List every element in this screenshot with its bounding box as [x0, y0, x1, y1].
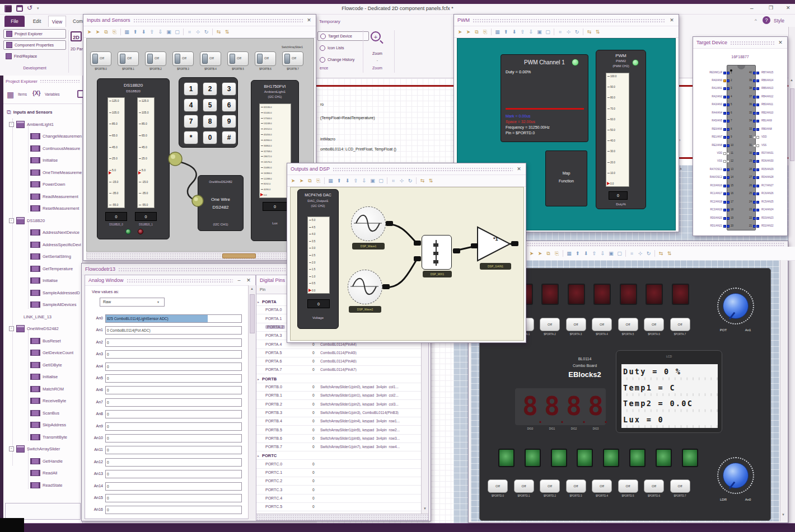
raise-icon[interactable]: ⇧: [519, 28, 526, 36]
snap-icon[interactable]: ⊹: [194, 28, 202, 36]
tree-expander-icon[interactable]: ▸: [258, 377, 259, 381]
digital-row-portb-7[interactable]: PORTB.70SwitchArraySlider1(pin7), keypad…: [256, 443, 421, 451]
paste-icon[interactable]: ⎘: [481, 28, 489, 36]
raise-icon[interactable]: ⇧: [352, 177, 359, 185]
tree-item-gettemperature[interactable]: GetTemperature: [30, 263, 83, 275]
tree-expander-icon[interactable]: −: [9, 326, 14, 331]
tree-item-resetmeasurement[interactable]: ResetMeasurement: [30, 203, 83, 214]
analog-value-field-an0[interactable]: 825 ComboBL0114(LightSensor ADC): [105, 314, 242, 323]
tree-item-transmitbyte[interactable]: TransmitByte: [30, 431, 83, 443]
ungroup-icon[interactable]: ▢: [377, 177, 385, 185]
dsp-mix-component[interactable]: [422, 235, 452, 270]
board-button--portd-5[interactable]: Off: [618, 479, 638, 493]
tree-item-ambientlight1[interactable]: −AmbientLight1: [9, 119, 83, 130]
component-icon[interactable]: ▦: [494, 28, 501, 36]
front-icon[interactable]: ⬆: [502, 28, 509, 36]
component-icon[interactable]: ▦: [565, 249, 573, 257]
flip-y-icon[interactable]: ⇅: [427, 177, 434, 185]
flip-y-icon[interactable]: ⇅: [594, 28, 601, 36]
rotate-icon[interactable]: ↻: [203, 28, 210, 36]
target-window-titlebar[interactable]: Target Device✕: [693, 37, 787, 49]
keypad-key-5[interactable]: 5: [203, 98, 217, 112]
digital-row-portb-6[interactable]: PORTB.60SwitchArraySlider1(pin6), keypad…: [256, 435, 421, 443]
ungroup-icon[interactable]: ▢: [616, 249, 623, 257]
digital-row-portc[interactable]: ▸PORTC: [256, 451, 421, 460]
items-tab-icon[interactable]: ▦: [7, 90, 16, 99]
outputs-window-titlebar[interactable]: Outputs and DSP✕: [287, 163, 526, 175]
ldr-knob[interactable]: [723, 463, 749, 488]
copy-icon[interactable]: ⧉: [102, 28, 110, 36]
group-icon[interactable]: ▣: [369, 177, 376, 185]
tree-item-changemeasuremen[interactable]: ChangeMeasuremen: [30, 130, 83, 142]
switch-lever[interactable]: [202, 54, 208, 64]
tree-expander-icon[interactable]: −: [9, 446, 14, 451]
group-icon[interactable]: ▣: [536, 28, 543, 36]
close-icon[interactable]: ✕: [516, 166, 522, 172]
keypad-key-9[interactable]: 9: [222, 115, 236, 128]
tree-item-getdevicecount[interactable]: GetDeviceCount: [30, 347, 83, 359]
tree-item-readstate[interactable]: ReadState: [30, 479, 83, 491]
analog-value-field-an11[interactable]: 0: [105, 446, 242, 454]
grid-icon[interactable]: ⌗: [628, 249, 635, 257]
digital-row-portb[interactable]: ▸PORTB: [256, 375, 421, 383]
grid-icon[interactable]: ⌗: [186, 28, 193, 36]
board-button--portd-1[interactable]: Off: [514, 479, 534, 493]
raise-icon[interactable]: ⇧: [591, 249, 598, 257]
tree-item-initialise[interactable]: Initialise: [30, 371, 83, 383]
pwm2-meter-panel[interactable]: PWM PWM2 (PWM CH2) Duty% 100.090.080.070…: [596, 50, 646, 209]
help-icon[interactable]: ?: [763, 16, 770, 24]
cursor-icon[interactable]: ➤: [528, 249, 535, 257]
analog-value-field-an9[interactable]: 0: [105, 422, 242, 431]
digital-row-portb-2[interactable]: PORTB.20SwitchArraySlider1(pin2), keypad…: [256, 401, 421, 409]
digital-row-porta-5[interactable]: PORTA.50ComboBL0114(PinA5): [256, 349, 421, 357]
scrollbar-thumb[interactable]: [250, 294, 255, 333]
front-icon[interactable]: ⬆: [335, 177, 343, 185]
digital-row-portb-4[interactable]: PORTB.40SwitchArraySlider1(pin4), keypad…: [256, 417, 421, 426]
back-icon[interactable]: ⬇: [140, 28, 147, 36]
digital-row-portb-0[interactable]: PORTB.00SwitchArraySlider1(pin0), keypad…: [256, 383, 421, 392]
dsp-wave1-component[interactable]: [351, 206, 386, 241]
digital-row-portb-1[interactable]: PORTB.10SwitchArraySlider1(pin1), keypad…: [256, 392, 421, 400]
keypad-key-7[interactable]: 7: [184, 115, 198, 128]
tree-expander-icon[interactable]: ▸: [258, 454, 259, 458]
cursor-add-icon[interactable]: ➤: [536, 249, 544, 257]
tree-item-ds18b20[interactable]: −DS18B20: [9, 215, 83, 227]
back-icon[interactable]: ⬇: [582, 249, 590, 257]
front-icon[interactable]: ⬆: [574, 249, 581, 257]
pwm-channel1-panel[interactable]: PWM Channel 1 Duty = 0.00% Mark = 0.00us…: [501, 54, 588, 142]
analog-value-field-an1[interactable]: 0 ComboBL0114(Pot ADC): [105, 326, 242, 335]
flip-y-icon[interactable]: ⇅: [666, 249, 673, 257]
flip-x-icon[interactable]: ⇆: [657, 249, 665, 257]
board-button--porta-3[interactable]: Off: [566, 318, 586, 331]
cursor-icon[interactable]: ➤: [86, 28, 93, 36]
2d-panel-button[interactable]: 2D 2D Panel: [71, 30, 83, 69]
board-button--porta-4[interactable]: Off: [592, 318, 612, 331]
analog-vertical-scrollbar[interactable]: ▲: [248, 285, 256, 519]
board-button--portd-7[interactable]: Off: [670, 479, 690, 493]
restore-button[interactable]: ❐: [769, 5, 773, 11]
keypad-key-3[interactable]: 3: [222, 82, 236, 96]
copy-icon[interactable]: ⧉: [545, 249, 552, 257]
lower-icon[interactable]: ⇩: [361, 177, 368, 185]
dsp-gain-component[interactable]: [476, 226, 512, 263]
paste-icon[interactable]: ⎘: [111, 28, 118, 36]
analog-value-field-an6[interactable]: 0: [105, 386, 242, 394]
bg-scroll-up-icon[interactable]: ▲: [679, 167, 682, 170]
lower-icon[interactable]: ⇩: [157, 28, 164, 36]
tree-item-onetimemeasureme[interactable]: OneTimeMeasureme: [30, 167, 83, 178]
group-icon[interactable]: ▣: [165, 28, 172, 36]
inputs-window-titlebar[interactable]: Inputs and Sensors✕: [83, 15, 316, 26]
close-icon[interactable]: ✕: [306, 17, 312, 23]
switch-lever[interactable]: [175, 54, 180, 64]
tab-file[interactable]: File: [4, 16, 25, 27]
tab-edit[interactable]: Edit: [29, 16, 45, 27]
switch-lever[interactable]: [257, 54, 263, 64]
analog-value-field-an14[interactable]: 0: [105, 482, 242, 491]
component-icon[interactable]: ▦: [123, 28, 130, 36]
scrollbar-down-icon[interactable]: ▼: [782, 513, 785, 516]
keypad-key-4[interactable]: 4: [184, 98, 198, 112]
raise-icon[interactable]: ⇧: [148, 28, 156, 36]
tree-item-sampleaddressedd[interactable]: SampleAddressedD: [30, 287, 83, 299]
paste-icon[interactable]: ⎘: [553, 249, 560, 257]
pwm-window-titlebar[interactable]: PWM✕: [454, 15, 679, 26]
